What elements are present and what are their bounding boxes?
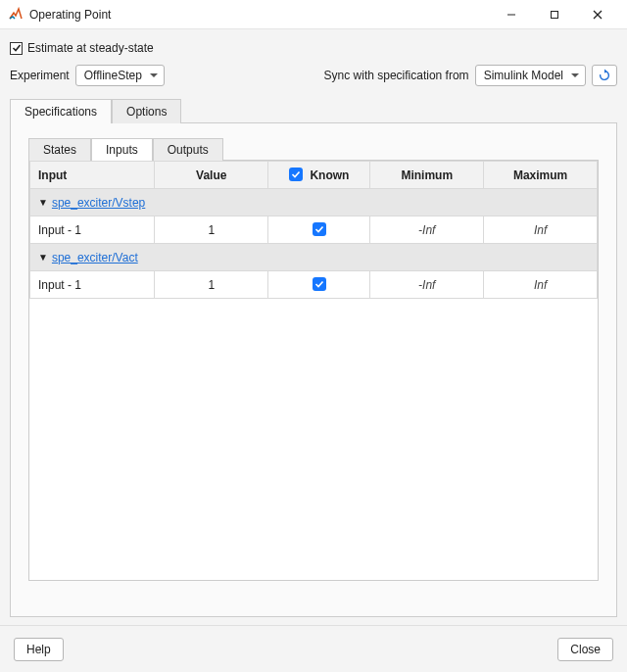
cell-input[interactable]: Input - 1	[30, 271, 155, 299]
cell-value[interactable]: 1	[155, 271, 268, 299]
group-link[interactable]: spe_exciter/Vstep	[52, 196, 145, 210]
table-group-row[interactable]: ▼spe_exciter/Vact	[30, 244, 598, 271]
window: Operating Point Estimate at steady-state…	[0, 0, 627, 672]
header-minimum: Minimum	[370, 162, 484, 189]
tab-outputs[interactable]: Outputs	[153, 138, 223, 161]
table-header-row: Input Value Known Minimum Maximum	[30, 162, 598, 189]
cell-known[interactable]	[268, 216, 370, 244]
inner-tabs: States Inputs Outputs	[28, 137, 599, 160]
known-header-checkbox[interactable]	[289, 168, 303, 181]
sync-label: Sync with specification from	[324, 69, 469, 82]
outer-tabs: Specifications Options	[10, 98, 617, 122]
close-window-button[interactable]	[576, 0, 619, 29]
header-known[interactable]: Known	[268, 162, 370, 189]
maximize-button[interactable]	[533, 0, 576, 29]
cell-value[interactable]: 1	[155, 216, 268, 244]
header-maximum: Maximum	[484, 162, 598, 189]
svg-rect-1	[552, 11, 558, 18]
table-row: Input - 11-InfInf	[30, 271, 598, 299]
cell-known[interactable]	[268, 271, 370, 299]
sync-value: Simulink Model	[484, 69, 563, 82]
svg-marker-4	[150, 73, 158, 77]
experiment-row: Experiment OfflineStep Sync with specifi…	[10, 65, 617, 86]
cell-input[interactable]: Input - 1	[30, 216, 155, 244]
table-row: Input - 11-InfInf	[30, 216, 598, 244]
tab-options[interactable]: Options	[112, 99, 181, 123]
footer: Help Close	[0, 625, 627, 672]
sync-select[interactable]: Simulink Model	[475, 65, 586, 86]
inputs-panel: Input Value Known Minimum Maximum	[28, 160, 599, 581]
header-input: Input	[30, 162, 155, 189]
header-value: Value	[155, 162, 268, 189]
sync-refresh-button[interactable]	[592, 65, 617, 86]
known-checkbox[interactable]	[313, 277, 326, 291]
estimate-steady-label: Estimate at steady-state	[27, 41, 154, 55]
chevron-down-icon	[571, 69, 579, 82]
experiment-select[interactable]: OfflineStep	[75, 65, 165, 86]
group-link[interactable]: spe_exciter/Vact	[52, 251, 138, 264]
estimate-steady-checkbox[interactable]: Estimate at steady-state	[10, 41, 617, 55]
experiment-label: Experiment	[10, 69, 70, 82]
matlab-icon	[8, 7, 24, 23]
specifications-panel: States Inputs Outputs Input Value	[10, 122, 617, 617]
dialog-body: Estimate at steady-state Experiment Offl…	[0, 29, 627, 625]
cell-maximum[interactable]: Inf	[484, 271, 598, 299]
close-button[interactable]: Close	[557, 638, 613, 661]
disclosure-triangle-icon: ▼	[38, 252, 48, 263]
svg-marker-6	[604, 69, 607, 72]
window-title: Operating Point	[29, 8, 490, 22]
tab-states[interactable]: States	[28, 138, 91, 161]
svg-marker-5	[571, 73, 579, 77]
help-button[interactable]: Help	[14, 638, 64, 661]
cell-minimum[interactable]: -Inf	[370, 216, 484, 244]
window-controls	[490, 0, 619, 29]
cell-maximum[interactable]: Inf	[484, 216, 598, 244]
inputs-table: Input Value Known Minimum Maximum	[29, 161, 598, 299]
table-group-row[interactable]: ▼spe_exciter/Vstep	[30, 189, 598, 216]
known-checkbox[interactable]	[313, 222, 326, 236]
titlebar: Operating Point	[0, 0, 627, 29]
disclosure-triangle-icon: ▼	[38, 197, 48, 208]
chevron-down-icon	[150, 69, 158, 82]
checkbox-icon	[10, 42, 23, 55]
minimize-button[interactable]	[490, 0, 533, 29]
tab-inputs[interactable]: Inputs	[91, 138, 153, 161]
cell-minimum[interactable]: -Inf	[370, 271, 484, 299]
experiment-value: OfflineStep	[84, 69, 142, 82]
tab-specifications[interactable]: Specifications	[10, 99, 112, 123]
